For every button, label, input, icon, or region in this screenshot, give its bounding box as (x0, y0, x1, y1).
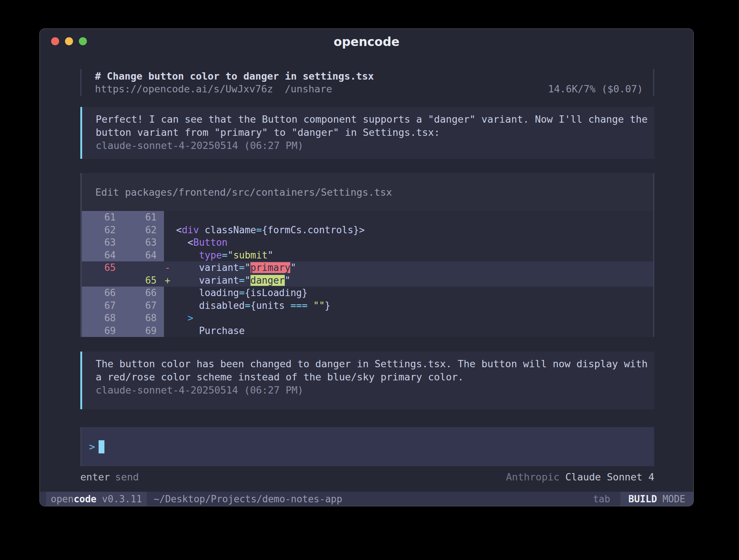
old-line-number: 67 (82, 299, 123, 312)
session-header-left: # Change button color to danger in setti… (95, 70, 374, 95)
old-line-number: 63 (82, 236, 123, 249)
diff-marker (165, 325, 171, 337)
share-url[interactable]: https://opencode.ai/s/UwJxv76z (95, 83, 273, 95)
diff-row: 6969 Purchase (82, 325, 653, 337)
diff-code-line: + variant="danger" (164, 274, 653, 287)
input-hint-row: entersend AnthropicClaude Sonnet 4 (80, 471, 654, 483)
diff-code-line (164, 211, 653, 224)
diff-marker (165, 299, 171, 312)
diff-marker: + (165, 274, 171, 287)
new-line-number: 62 (123, 224, 164, 237)
diff-code-line: > (164, 312, 653, 325)
message-model-meta: claude-sonnet-4-20250514 (06:27 PM) (96, 384, 644, 397)
message-text-line: The button color has been changed to dan… (96, 357, 644, 371)
diff-row: 6161 (82, 211, 653, 224)
brand-code: code (74, 494, 97, 505)
edit-tool-title: Edit packages/frontend/src/containers/Se… (82, 173, 653, 211)
status-bar: opencodev0.3.11 ~/Desktop/Projects/demo-… (40, 492, 693, 506)
window-title: opencode (40, 35, 693, 49)
prompt-input[interactable]: > (80, 427, 654, 466)
mode-rest-label: MODE (662, 494, 685, 505)
app-version-chip: opencodev0.3.11 (46, 492, 147, 506)
old-line-number: 65 (82, 261, 123, 274)
mode-chip[interactable]: BUILDMODE (620, 492, 693, 506)
title-bar: opencode (40, 29, 693, 52)
main-column: # Change button color to danger in setti… (40, 52, 693, 492)
provider-name: Anthropic (506, 471, 559, 483)
diff-code-line: disabled={units === ""} (164, 299, 653, 312)
diff-row: 6767 disabled={units === ""} (82, 299, 653, 312)
diff-marker (165, 236, 171, 249)
message-text-line: Perfect! I can see that the Button compo… (96, 113, 644, 126)
old-line-number (82, 274, 123, 287)
diff-code-line: type="submit" (164, 249, 653, 262)
prompt-chevron-icon: > (89, 441, 95, 452)
status-bar-right: tab BUILDMODE (593, 492, 693, 506)
message-text-line: a red/rose color scheme instead of the b… (96, 371, 644, 384)
tab-key-hint: tab (593, 494, 610, 505)
diff-row: 65- variant="primary" (82, 261, 653, 274)
diff-marker: - (165, 261, 171, 274)
old-line-number: 64 (82, 249, 123, 262)
old-line-number: 66 (82, 287, 123, 299)
opencode-window: opencode # Change button color to danger… (39, 28, 694, 506)
text-cursor (99, 440, 104, 453)
old-line-number: 69 (82, 325, 123, 337)
brand-open: open (51, 494, 74, 505)
new-line-number: 65 (123, 274, 164, 287)
old-line-number: 68 (82, 312, 123, 325)
diff-row: 6363 <Button (82, 236, 653, 249)
new-line-number: 64 (123, 249, 164, 262)
diff-row: 6666 loading={isLoading} (82, 287, 653, 299)
edit-tool-block: Edit packages/frontend/src/containers/Se… (80, 173, 654, 337)
enter-key-hint: enter (80, 471, 110, 483)
old-line-number: 61 (82, 211, 123, 224)
diff-code-line: <Button (164, 236, 653, 249)
diff-marker (165, 312, 171, 325)
working-directory: ~/Desktop/Projects/demo-notes-app (154, 494, 342, 505)
diff-marker (165, 211, 171, 224)
diff-rows: 6161 6262 <div className={formCs.control… (82, 211, 653, 337)
new-line-number: 69 (123, 325, 164, 337)
diff-marker (165, 287, 171, 299)
diff-row: 6464 type="submit" (82, 249, 653, 262)
new-line-number (123, 261, 164, 274)
diff-row: 65+ variant="danger" (82, 274, 653, 287)
screen: opencode # Change button color to danger… (0, 0, 739, 560)
send-hint: entersend (80, 471, 139, 483)
message-text-line: button variant from "primary" to "danger… (96, 126, 644, 139)
unshare-command[interactable]: /unshare (285, 83, 332, 95)
session-header: # Change button color to danger in setti… (80, 69, 654, 96)
diff-code-line: <div className={formCs.controls}> (164, 224, 653, 237)
session-title: # Change button color to danger in setti… (95, 70, 374, 83)
new-line-number: 66 (123, 287, 164, 299)
diff-row: 6868 > (82, 312, 653, 325)
session-subtitle: https://opencode.ai/s/UwJxv76z/unshare (95, 83, 374, 95)
new-line-number: 68 (123, 312, 164, 325)
old-line-number: 62 (82, 224, 123, 237)
mode-bold-label: BUILD (628, 494, 657, 505)
new-line-number: 63 (123, 236, 164, 249)
diff-row: 6262 <div className={formCs.controls}> (82, 224, 653, 237)
send-label: send (115, 471, 139, 483)
diff-marker (165, 249, 171, 262)
assistant-message-1: Perfect! I can see that the Button compo… (80, 107, 654, 159)
diff-marker (165, 224, 171, 237)
model-indicator: AnthropicClaude Sonnet 4 (506, 471, 654, 483)
assistant-message-2: The button color has been changed to dan… (80, 352, 654, 409)
message-model-meta: claude-sonnet-4-20250514 (06:27 PM) (96, 139, 644, 152)
model-name: Claude Sonnet 4 (565, 471, 654, 483)
diff-code-line: loading={isLoading} (164, 287, 653, 299)
new-line-number: 61 (123, 211, 164, 224)
diff-code-line: - variant="primary" (164, 261, 653, 274)
new-line-number: 67 (123, 299, 164, 312)
diff-code-line: Purchase (164, 325, 653, 337)
app-version: v0.3.11 (102, 494, 142, 505)
token-usage: 14.6K/7% ($0.07) (548, 83, 643, 95)
